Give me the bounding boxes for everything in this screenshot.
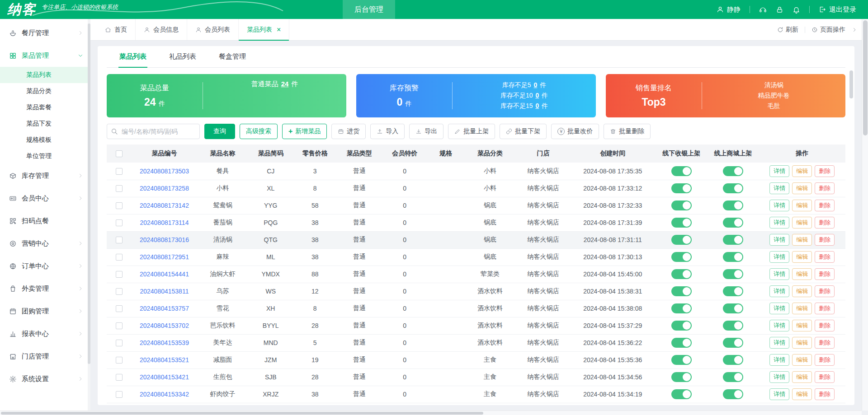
offline-pos-toggle[interactable] bbox=[671, 303, 692, 313]
page-vertical-scrollbar[interactable] bbox=[862, 19, 868, 410]
row-checkbox[interactable] bbox=[116, 322, 123, 329]
delete-button[interactable]: 删除 bbox=[815, 285, 835, 297]
card-line-value[interactable]: 0 bbox=[535, 102, 539, 109]
sidebar-subitem-1[interactable]: 菜品分类 bbox=[0, 83, 90, 99]
dish-id-link[interactable]: 20240804153757 bbox=[140, 305, 189, 312]
edit-button[interactable]: 编辑 bbox=[792, 268, 812, 280]
online-mall-toggle[interactable] bbox=[723, 321, 743, 331]
edit-button[interactable]: 编辑 bbox=[792, 388, 812, 400]
sidebar-item-inventory[interactable]: 库存管理 bbox=[0, 164, 90, 187]
purchase-button[interactable]: 进货 bbox=[331, 124, 366, 139]
row-checkbox[interactable] bbox=[116, 305, 123, 312]
row-checkbox[interactable] bbox=[116, 168, 123, 175]
card-line-value[interactable]: 0 bbox=[534, 81, 538, 89]
offline-pos-toggle[interactable] bbox=[671, 235, 692, 245]
trash-button[interactable]: 批量删除 bbox=[604, 124, 651, 139]
sidebar-item-marketing[interactable]: 营销中心 bbox=[0, 232, 90, 255]
detail-button[interactable]: 详情 bbox=[769, 285, 789, 297]
online-mall-toggle[interactable] bbox=[723, 201, 743, 210]
row-checkbox[interactable] bbox=[116, 219, 123, 226]
row-checkbox[interactable] bbox=[116, 340, 123, 346]
detail-button[interactable]: 详情 bbox=[769, 200, 789, 211]
link-button[interactable]: 批量下架 bbox=[500, 124, 547, 139]
edit-button[interactable]: 编辑 bbox=[792, 217, 812, 228]
delete-button[interactable]: 删除 bbox=[815, 388, 835, 400]
online-mall-toggle[interactable] bbox=[723, 389, 743, 399]
detail-button[interactable]: 详情 bbox=[769, 303, 789, 314]
sidebar-item-qr[interactable]: 扫码点餐 bbox=[0, 210, 90, 232]
dish-id-link[interactable]: 20240804154441 bbox=[140, 270, 189, 278]
row-checkbox[interactable] bbox=[116, 185, 123, 192]
detail-button[interactable]: 详情 bbox=[769, 268, 789, 280]
online-mall-toggle[interactable] bbox=[723, 218, 743, 228]
user-menu[interactable]: 静静 bbox=[717, 5, 741, 14]
row-checkbox[interactable] bbox=[116, 237, 123, 243]
offline-pos-toggle[interactable] bbox=[671, 286, 692, 296]
import-button[interactable]: 导入 bbox=[370, 124, 405, 139]
sidebar-subitem-4[interactable]: 规格模板 bbox=[0, 132, 90, 148]
sidebar-item-group[interactable]: 团购管理 bbox=[0, 300, 90, 322]
panel-scrollbar-thumb[interactable] bbox=[849, 70, 853, 98]
notification-bell-icon[interactable] bbox=[793, 6, 800, 14]
offline-pos-toggle[interactable] bbox=[671, 201, 692, 210]
page-horizontal-scrollbar[interactable] bbox=[0, 410, 862, 415]
sidebar-item-member[interactable]: 会员中心 bbox=[0, 187, 90, 210]
online-mall-toggle[interactable] bbox=[723, 286, 743, 296]
card-line-value[interactable]: 24 bbox=[281, 80, 289, 88]
offline-pos-toggle[interactable] bbox=[671, 338, 692, 348]
sidebar-item-report[interactable]: 报表中心 bbox=[0, 322, 90, 345]
online-mall-toggle[interactable] bbox=[723, 235, 743, 245]
page-vertical-scrollbar-thumb[interactable] bbox=[863, 20, 868, 135]
page-horizontal-scrollbar-thumb[interactable] bbox=[1, 412, 483, 415]
sidebar-subitem-0[interactable]: 菜品列表 bbox=[0, 67, 90, 83]
edit-button[interactable]: 编辑 bbox=[792, 234, 812, 246]
sidebar-item-dish[interactable]: 菜品管理 bbox=[0, 44, 90, 67]
online-mall-toggle[interactable] bbox=[723, 355, 743, 365]
edit-button[interactable]: 编辑 bbox=[792, 165, 812, 177]
edit-button[interactable]: 编辑 bbox=[792, 200, 812, 211]
online-mall-toggle[interactable] bbox=[723, 372, 743, 382]
online-mall-toggle[interactable] bbox=[723, 338, 743, 348]
admin-nav-tab[interactable]: 后台管理 bbox=[343, 0, 395, 19]
offline-pos-toggle[interactable] bbox=[671, 389, 692, 399]
edit-button[interactable]: 编辑 bbox=[792, 285, 812, 297]
detail-button[interactable]: 详情 bbox=[769, 182, 789, 194]
customer-service-icon[interactable] bbox=[759, 6, 767, 14]
add-dish-button[interactable]: + 新增菜品 bbox=[282, 124, 327, 139]
dish-id-link[interactable]: 20240808173503 bbox=[140, 168, 189, 175]
delete-button[interactable]: 删除 bbox=[815, 371, 835, 383]
detail-button[interactable]: 详情 bbox=[769, 337, 789, 349]
dish-id-link[interactable]: 20240808173258 bbox=[140, 185, 189, 192]
delete-button[interactable]: 删除 bbox=[815, 337, 835, 349]
sidebar-scrollbar-thumb[interactable] bbox=[88, 23, 90, 364]
online-mall-toggle[interactable] bbox=[723, 252, 743, 262]
yen-button[interactable]: ¥批量改价 bbox=[551, 124, 599, 139]
detail-button[interactable]: 详情 bbox=[769, 320, 789, 331]
offline-pos-toggle[interactable] bbox=[671, 218, 692, 228]
dish-id-link[interactable]: 20240804153421 bbox=[140, 373, 189, 381]
sidebar-subitem-5[interactable]: 单位管理 bbox=[0, 148, 90, 164]
subtab-0[interactable]: 菜品列表 bbox=[118, 52, 147, 67]
sidebar-subitem-2[interactable]: 菜品套餐 bbox=[0, 99, 90, 116]
row-checkbox[interactable] bbox=[116, 374, 123, 381]
row-checkbox[interactable] bbox=[116, 254, 123, 261]
dish-id-link[interactable]: 20240804153811 bbox=[140, 288, 189, 295]
delete-button[interactable]: 删除 bbox=[815, 234, 835, 246]
row-checkbox[interactable] bbox=[116, 288, 123, 295]
subtab-2[interactable]: 餐盒管理 bbox=[218, 52, 247, 67]
offline-pos-toggle[interactable] bbox=[671, 372, 692, 382]
delete-button[interactable]: 删除 bbox=[815, 320, 835, 331]
dish-id-link[interactable]: 20240804153521 bbox=[140, 356, 189, 364]
delete-button[interactable]: 删除 bbox=[815, 251, 835, 263]
export-button[interactable]: 导出 bbox=[409, 124, 443, 139]
online-mall-toggle[interactable] bbox=[723, 166, 743, 176]
detail-button[interactable]: 详情 bbox=[769, 354, 789, 366]
delete-button[interactable]: 删除 bbox=[815, 165, 835, 177]
pencil-button[interactable]: 批量上架 bbox=[448, 124, 495, 139]
tab-2[interactable]: 会员列表 bbox=[187, 19, 239, 40]
sidebar-item-restaurant[interactable]: 餐厅管理 bbox=[0, 22, 90, 44]
delete-button[interactable]: 删除 bbox=[815, 268, 835, 280]
lock-screen-icon[interactable] bbox=[776, 6, 783, 14]
online-mall-toggle[interactable] bbox=[723, 183, 743, 193]
sidebar-subitem-3[interactable]: 菜品下发 bbox=[0, 116, 90, 132]
